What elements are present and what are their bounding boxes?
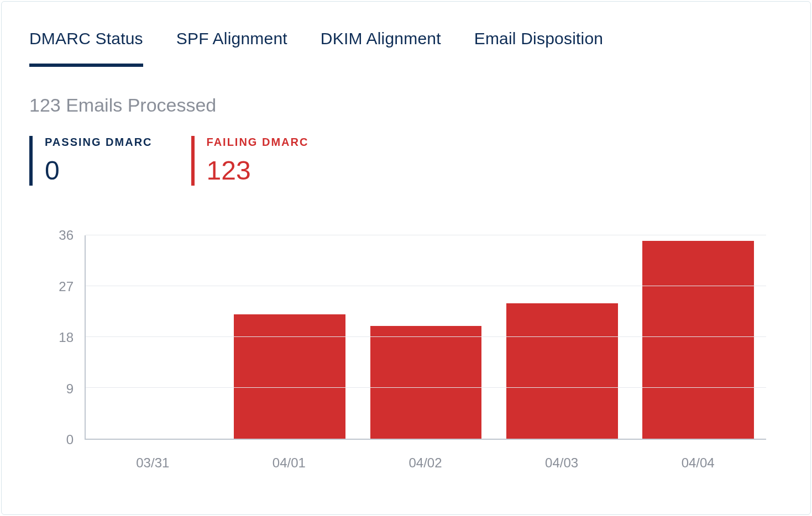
grid-line <box>86 235 766 235</box>
y-tick: 0 <box>40 432 74 447</box>
bar[interactable] <box>642 241 754 439</box>
tab-dkim-alignment[interactable]: DKIM Alignment <box>321 29 441 67</box>
bar[interactable] <box>506 303 618 439</box>
y-tick: 18 <box>40 330 74 345</box>
bar-slot <box>222 235 358 439</box>
summary-title: 123 Emails Processed <box>29 94 783 116</box>
y-tick: 9 <box>40 381 74 397</box>
bar[interactable] <box>234 314 345 439</box>
stat-passing: PASSING DMARC 0 <box>29 136 153 186</box>
x-tick: 04/02 <box>357 445 494 473</box>
x-tick: 04/04 <box>630 445 766 473</box>
x-tick: 04/03 <box>494 445 630 473</box>
bar-slot <box>86 235 222 439</box>
bar[interactable] <box>370 326 482 439</box>
tab-bar: DMARC Status SPF Alignment DKIM Alignmen… <box>29 29 783 67</box>
tab-email-disposition[interactable]: Email Disposition <box>474 29 603 67</box>
stat-failing-value: 123 <box>207 155 309 186</box>
tab-spf-alignment[interactable]: SPF Alignment <box>176 29 287 67</box>
dmarc-card: DMARC Status SPF Alignment DKIM Alignmen… <box>1 1 811 515</box>
stat-failing-label: FAILING DMARC <box>207 136 309 149</box>
grid-line <box>86 286 766 286</box>
bar-slot <box>494 235 630 439</box>
y-tick: 36 <box>40 228 74 243</box>
x-tick: 04/01 <box>221 445 358 473</box>
stat-passing-label: PASSING DMARC <box>45 136 153 149</box>
plot-area <box>85 235 766 440</box>
grid-line <box>86 387 766 388</box>
bars-container <box>86 235 766 439</box>
grid-line <box>86 336 766 337</box>
bar-slot <box>630 235 766 439</box>
x-tick: 03/31 <box>85 445 221 473</box>
x-axis: 03/3104/0104/0204/0304/04 <box>85 445 766 473</box>
tab-dmarc-status[interactable]: DMARC Status <box>29 29 143 67</box>
stat-passing-value: 0 <box>45 155 153 186</box>
bar-slot <box>358 235 494 439</box>
y-tick: 27 <box>40 279 74 294</box>
y-axis: 09182736 <box>40 235 79 440</box>
bar-chart: 09182736 03/3104/0104/0204/0304/04 <box>40 235 766 473</box>
stat-failing: FAILING DMARC 123 <box>191 136 309 186</box>
stats-row: PASSING DMARC 0 FAILING DMARC 123 <box>29 136 783 186</box>
